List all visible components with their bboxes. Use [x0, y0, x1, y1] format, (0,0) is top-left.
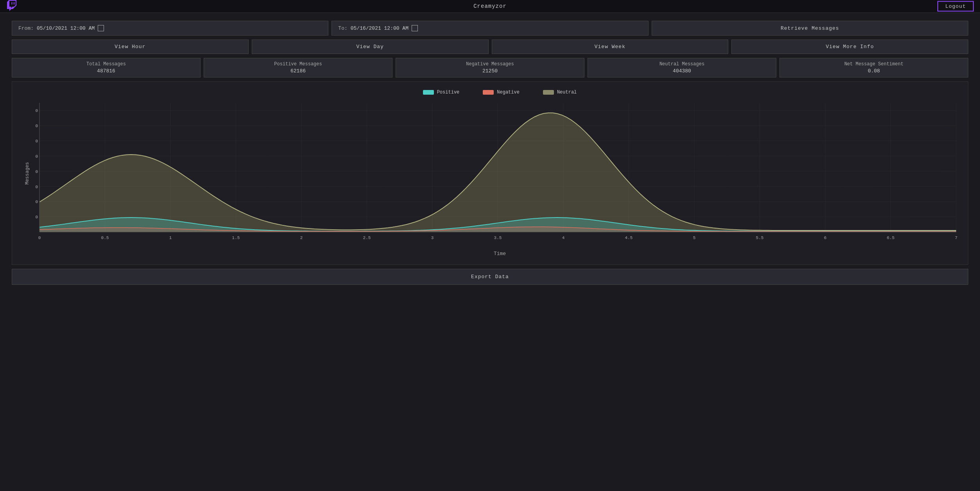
y-axis-label: Messages	[25, 162, 30, 185]
legend-negative: Negative	[483, 90, 520, 95]
to-value: 05/16/2021 12:00 AM	[351, 25, 408, 31]
chart-legend: Positive Negative Neutral	[36, 90, 964, 95]
total-messages-label: Total Messages	[18, 61, 194, 67]
total-messages-value: 487816	[18, 68, 194, 74]
export-row: Export Data	[12, 269, 968, 285]
logout-button[interactable]: Logout	[937, 1, 974, 12]
view-buttons-row: View Hour View Day View Week View More I…	[12, 40, 968, 54]
chart-canvas	[36, 99, 964, 248]
neutral-color-swatch	[543, 90, 554, 95]
to-date-input[interactable]: To: 05/16/2021 12:00 AM	[331, 21, 648, 36]
view-hour-button[interactable]: View Hour	[12, 40, 249, 54]
negative-messages-value: 21250	[402, 68, 578, 74]
legend-positive: Positive	[423, 90, 460, 95]
positive-legend-label: Positive	[437, 90, 460, 95]
view-more-info-button[interactable]: View More Info	[731, 40, 968, 54]
legend-neutral: Neutral	[543, 90, 577, 95]
from-calendar-icon[interactable]	[98, 25, 104, 31]
retrieve-messages-button[interactable]: Retrieve Messages	[652, 21, 968, 36]
from-value: 05/10/2021 12:00 AM	[37, 25, 95, 31]
positive-messages-stat: Positive Messages 62186	[204, 58, 392, 77]
neutral-legend-label: Neutral	[557, 90, 577, 95]
chart-container: Positive Negative Neutral Messages Time	[12, 81, 968, 265]
to-label: To:	[338, 25, 347, 31]
from-label: From:	[18, 25, 34, 31]
export-data-button[interactable]: Export Data	[12, 269, 968, 285]
main-content: From: 05/10/2021 12:00 AM To: 05/16/2021…	[0, 13, 980, 293]
view-day-button[interactable]: View Day	[252, 40, 489, 54]
stats-row: Total Messages 487816 Positive Messages …	[12, 58, 968, 77]
twitch-logo-icon	[6, 0, 17, 13]
sentiment-value: 0.08	[786, 68, 962, 74]
sentiment-label: Net Message Sentiment	[786, 61, 962, 67]
total-messages-stat: Total Messages 487816	[12, 58, 201, 77]
page-title: Creamyzor	[473, 3, 507, 9]
chart-area: Messages	[36, 99, 964, 248]
from-date-input[interactable]: From: 05/10/2021 12:00 AM	[12, 21, 328, 36]
positive-color-swatch	[423, 90, 434, 95]
negative-legend-label: Negative	[497, 90, 520, 95]
sentiment-stat: Net Message Sentiment 0.08	[779, 58, 968, 77]
positive-messages-label: Positive Messages	[210, 61, 386, 67]
negative-color-swatch	[483, 90, 494, 95]
neutral-messages-stat: Neutral Messages 404380	[588, 58, 776, 77]
negative-messages-stat: Negative Messages 21250	[396, 58, 584, 77]
neutral-messages-value: 404380	[594, 68, 770, 74]
negative-messages-label: Negative Messages	[402, 61, 578, 67]
view-week-button[interactable]: View Week	[492, 40, 729, 54]
x-axis-label: Time	[36, 251, 964, 257]
app-header: Creamyzor Logout	[0, 0, 980, 13]
positive-messages-value: 62186	[210, 68, 386, 74]
controls-row: From: 05/10/2021 12:00 AM To: 05/16/2021…	[12, 21, 968, 36]
neutral-messages-label: Neutral Messages	[594, 61, 770, 67]
to-calendar-icon[interactable]	[412, 25, 418, 31]
